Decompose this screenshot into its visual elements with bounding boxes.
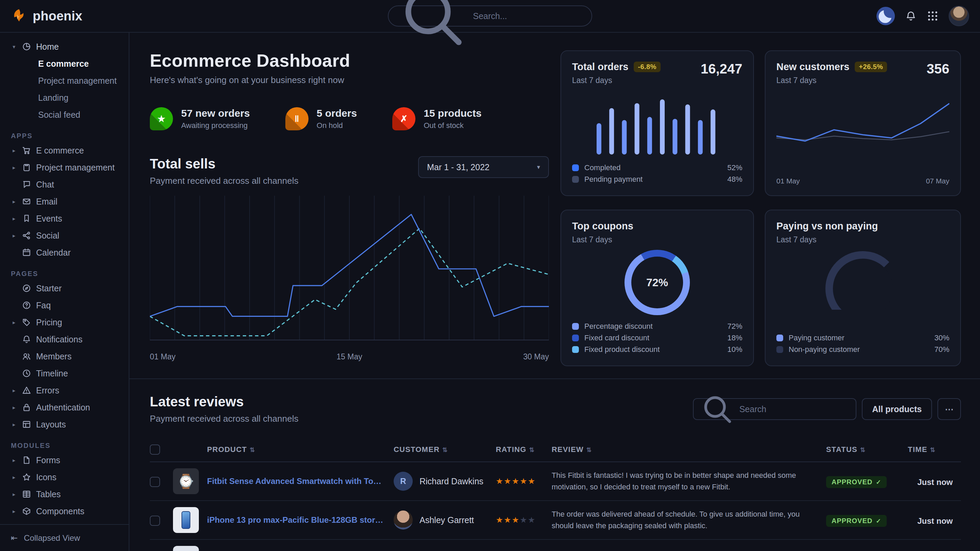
- legend-value: 30%: [934, 333, 949, 342]
- legend-label: Fixed product discount: [584, 345, 660, 354]
- stat-out-of-stock: ✗ 15 productsOut of stock: [392, 107, 482, 130]
- brand[interactable]: phoenix: [11, 8, 83, 24]
- row-checkbox[interactable]: [150, 516, 160, 526]
- col-status[interactable]: STATUS⇅: [826, 438, 908, 462]
- chevron-right-icon: ▸: [11, 232, 17, 239]
- product-link[interactable]: Fitbit Sense Advanced Smartwatch with To…: [207, 476, 385, 486]
- legend-label: Percentage discount: [584, 322, 653, 331]
- sidebar-item-timeline[interactable]: Timeline: [7, 365, 122, 382]
- legend-label: Completed: [584, 164, 620, 172]
- chevron-right-icon: ▸: [11, 387, 17, 394]
- global-search-input[interactable]: [473, 11, 582, 21]
- sidebar-item-label: Forms: [36, 456, 60, 465]
- star-filled-icon: ★: [496, 516, 503, 524]
- sidebar-item-forms[interactable]: ▸Forms: [7, 452, 122, 468]
- stat-cards-grid: Total orders-6.8% Last 7 days 16,247 Com…: [560, 50, 961, 366]
- sidebar-item-home[interactable]: ▾Home: [7, 38, 122, 55]
- legend-swatch: [776, 335, 783, 341]
- apps-grid-button[interactable]: [927, 10, 939, 22]
- card-title: Paying vs non paying: [776, 221, 878, 232]
- chevron-down-icon: ▾: [11, 44, 17, 50]
- sidebar-item-errors[interactable]: ▸Errors: [7, 382, 122, 399]
- sidebar-subitem-landing[interactable]: Landing: [7, 89, 122, 106]
- sidebar-item-notifications[interactable]: Notifications: [7, 331, 122, 348]
- product-thumbnail-iphone[interactable]: [173, 507, 199, 533]
- bell-icon: [905, 10, 917, 22]
- sidebar-item-pricing[interactable]: ▸Pricing: [7, 314, 122, 331]
- col-time[interactable]: TIME⇅: [908, 438, 961, 462]
- chat-icon: [22, 180, 31, 189]
- trend-badge: -6.8%: [634, 62, 660, 72]
- sidebar-item-label: Layouts: [36, 420, 66, 429]
- sidebar-item-starter[interactable]: Starter: [7, 280, 122, 297]
- sidebar-item-calendar[interactable]: Calendar: [7, 244, 122, 261]
- sort-icon[interactable]: ⇅: [250, 446, 255, 453]
- legend-value: 48%: [727, 175, 742, 184]
- customer-avatar[interactable]: [394, 510, 413, 530]
- theme-toggle-button[interactable]: [877, 7, 895, 25]
- sidebar-item-email[interactable]: ▸Email: [7, 193, 122, 210]
- card-top-coupons: Top coupons Last 7 days 72% Percentage d…: [560, 210, 754, 366]
- customer-avatar[interactable]: R: [394, 472, 413, 491]
- chevron-right-icon: ▸: [11, 319, 17, 326]
- topbar: phoenix: [0, 0, 980, 33]
- sidebar-item-layouts[interactable]: ▸Layouts: [7, 416, 122, 433]
- cross-badge-icon: ✗: [392, 107, 415, 130]
- sort-icon[interactable]: ⇅: [529, 446, 535, 453]
- card-title: New customers: [776, 61, 849, 73]
- collapsed-view-button[interactable]: ⇤ Collapsed View: [0, 524, 129, 551]
- sort-icon[interactable]: ⇅: [930, 446, 935, 453]
- sidebar-item-chat[interactable]: Chat: [7, 176, 122, 193]
- file-icon: [22, 456, 31, 465]
- more-options-button[interactable]: ⋯: [937, 398, 961, 420]
- sidebar-item-label: Calendar: [36, 248, 70, 258]
- global-search[interactable]: [388, 5, 592, 27]
- sidebar-item-label: Members: [36, 352, 72, 361]
- product-thumbnail[interactable]: [173, 546, 199, 551]
- notifications-button[interactable]: [905, 10, 917, 22]
- date-range-select[interactable]: Mar 1 - 31, 2022 ▾: [418, 156, 549, 178]
- sort-icon[interactable]: ⇅: [442, 446, 448, 453]
- star-empty-icon: ★: [528, 516, 535, 524]
- row-checkbox[interactable]: [150, 477, 160, 487]
- sort-icon[interactable]: ⇅: [860, 446, 865, 453]
- sidebar-item-social[interactable]: ▸Social: [7, 227, 122, 244]
- sidebar-item-components[interactable]: ▸Components: [7, 503, 122, 520]
- x-label: 07 May: [926, 177, 949, 185]
- legend-swatch: [572, 346, 579, 353]
- col-customer[interactable]: CUSTOMER⇅: [394, 438, 496, 462]
- sidebar-item-label: Pricing: [36, 318, 62, 327]
- customers-line-chart: [776, 95, 949, 160]
- select-all-checkbox[interactable]: [150, 445, 160, 455]
- col-product[interactable]: PRODUCT⇅: [207, 438, 394, 462]
- reviews-search[interactable]: [693, 398, 856, 420]
- share-icon: [22, 231, 31, 240]
- sidebar-item-authentication[interactable]: ▸Authentication: [7, 399, 122, 416]
- sidebar-item-events[interactable]: ▸Events: [7, 210, 122, 227]
- bookmark-icon: [22, 214, 31, 223]
- sidebar-item-label: Icons: [36, 472, 57, 482]
- all-products-button[interactable]: All products: [862, 398, 932, 420]
- reviews-search-input[interactable]: [739, 404, 849, 414]
- card-period: Last 7 days: [572, 76, 660, 85]
- check-icon: ✓: [876, 478, 881, 486]
- sidebar-subitem-e-commerce[interactable]: E commerce: [7, 55, 122, 72]
- sidebar-item-project-management[interactable]: ▸Project management: [7, 159, 122, 176]
- legend-swatch: [572, 323, 579, 330]
- col-rating[interactable]: RATING⇅: [496, 438, 552, 462]
- product-thumbnail-smartwatch[interactable]: ⌚: [173, 468, 199, 494]
- reviews-controls: All products ⋯: [693, 398, 961, 420]
- sidebar-item-members[interactable]: Members: [7, 348, 122, 365]
- stat-subtitle: Awaiting processing: [181, 121, 250, 130]
- sidebar-item-icons[interactable]: ▸Icons: [7, 468, 122, 486]
- legend-value: 10%: [727, 345, 742, 354]
- sort-icon[interactable]: ⇅: [586, 446, 592, 453]
- product-link[interactable]: iPhone 13 pro max-Pacific Blue-128GB sto…: [207, 515, 385, 525]
- sidebar-item-tables[interactable]: ▸Tables: [7, 486, 122, 503]
- sidebar-item-e-commerce[interactable]: ▸E commerce: [7, 142, 122, 159]
- sidebar-subitem-social-feed[interactable]: Social feed: [7, 106, 122, 123]
- sidebar-subitem-project-management[interactable]: Project management: [7, 72, 122, 89]
- sidebar-item-faq[interactable]: Faq: [7, 297, 122, 314]
- user-avatar[interactable]: [949, 6, 969, 26]
- col-review[interactable]: REVIEW⇅: [552, 438, 826, 462]
